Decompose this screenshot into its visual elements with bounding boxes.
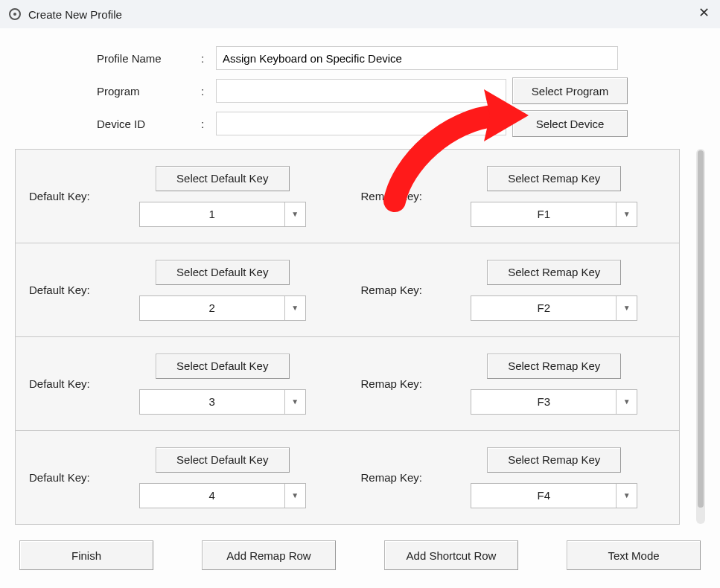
titlebar: Create New Profile ✕: [0, 0, 720, 28]
chevron-down-icon: ▼: [616, 202, 637, 226]
add-remap-row-button[interactable]: Add Remap Row: [202, 540, 336, 570]
remap-key-select[interactable]: F4 ▼: [471, 483, 637, 508]
chevron-down-icon: ▼: [284, 296, 305, 320]
default-key-value: 4: [140, 489, 284, 502]
scrollbar-thumb[interactable]: [698, 150, 704, 508]
profile-name-row: Profile Name :: [97, 42, 638, 74]
program-row: Program : Select Program: [97, 74, 638, 107]
default-key-half: Default Key: Select Default Key 1 ▼: [16, 150, 348, 243]
default-key-select[interactable]: 1 ▼: [139, 202, 306, 227]
remap-row: Default Key: Select Default Key 4 ▼ Rema…: [15, 430, 680, 525]
remap-key-half: Remap Key: Select Remap Key F3 ▼: [348, 337, 680, 430]
default-key-select[interactable]: 4 ▼: [139, 483, 306, 508]
remap-key-label: Remap Key:: [361, 284, 443, 296]
remap-key-value: F3: [471, 395, 616, 408]
default-key-value: 1: [140, 208, 284, 220]
select-default-key-button[interactable]: Select Default Key: [156, 447, 290, 473]
default-key-select[interactable]: 2 ▼: [139, 295, 306, 321]
select-default-key-button[interactable]: Select Default Key: [156, 260, 290, 285]
default-key-half: Default Key: Select Default Key 3 ▼: [16, 337, 348, 430]
default-key-controls: Select Default Key 4 ▼: [111, 447, 334, 508]
default-key-half: Default Key: Select Default Key 4 ▼: [16, 431, 348, 524]
device-id-input[interactable]: [216, 112, 506, 135]
text-mode-button[interactable]: Text Mode: [567, 540, 701, 570]
device-id-row: Device ID : Select Device: [97, 107, 638, 140]
select-remap-key-button[interactable]: Select Remap Key: [487, 260, 621, 285]
select-program-button[interactable]: Select Program: [512, 77, 628, 104]
profile-name-input[interactable]: [216, 46, 618, 70]
colon: :: [201, 118, 216, 130]
add-shortcut-row-button[interactable]: Add Shortcut Row: [384, 540, 518, 570]
select-remap-key-button[interactable]: Select Remap Key: [487, 166, 621, 191]
remap-rows-container: Default Key: Select Default Key 1 ▼ Rema…: [15, 149, 705, 524]
colon: :: [201, 52, 216, 65]
footer-buttons: Finish Add Remap Row Add Shortcut Row Te…: [15, 540, 705, 570]
remap-rows-list: Default Key: Select Default Key 1 ▼ Rema…: [15, 149, 680, 524]
default-key-value: 3: [140, 395, 284, 408]
default-key-select[interactable]: 3 ▼: [139, 389, 306, 415]
select-default-key-button[interactable]: Select Default Key: [156, 354, 290, 379]
device-id-label: Device ID: [97, 118, 201, 130]
remap-key-controls: Select Remap Key F1 ▼: [443, 166, 666, 227]
default-key-value: 2: [140, 301, 284, 314]
finish-button[interactable]: Finish: [19, 540, 153, 570]
window-title: Create New Profile: [28, 8, 122, 21]
remap-row: Default Key: Select Default Key 2 ▼ Rema…: [15, 243, 680, 337]
select-remap-key-button[interactable]: Select Remap Key: [487, 354, 621, 379]
program-label: Program: [97, 85, 201, 98]
content-area: Profile Name : Program : Select Program …: [0, 28, 720, 584]
chevron-down-icon: ▼: [284, 390, 305, 414]
default-key-label: Default Key:: [29, 377, 111, 390]
default-key-controls: Select Default Key 3 ▼: [111, 354, 334, 415]
app-icon: [9, 8, 21, 20]
remap-key-label: Remap Key:: [361, 471, 443, 484]
remap-key-controls: Select Remap Key F4 ▼: [443, 447, 666, 508]
select-remap-key-button[interactable]: Select Remap Key: [487, 447, 621, 473]
remap-row: Default Key: Select Default Key 1 ▼ Rema…: [15, 149, 680, 243]
default-key-controls: Select Default Key 1 ▼: [111, 166, 334, 227]
default-key-controls: Select Default Key 2 ▼: [111, 260, 334, 321]
remap-key-value: F2: [471, 301, 616, 314]
chevron-down-icon: ▼: [616, 484, 637, 508]
remap-key-controls: Select Remap Key F2 ▼: [443, 260, 666, 321]
default-key-label: Default Key:: [29, 471, 111, 484]
colon: :: [201, 85, 216, 98]
remap-row: Default Key: Select Default Key 3 ▼ Rema…: [15, 336, 680, 431]
profile-name-label: Profile Name: [97, 52, 201, 65]
remap-key-select[interactable]: F3 ▼: [471, 389, 637, 415]
chevron-down-icon: ▼: [616, 296, 637, 320]
remap-key-label: Remap Key:: [361, 377, 443, 390]
remap-key-controls: Select Remap Key F3 ▼: [443, 354, 666, 415]
remap-key-value: F1: [471, 208, 616, 220]
remap-key-select[interactable]: F1 ▼: [471, 202, 637, 227]
select-default-key-button[interactable]: Select Default Key: [156, 166, 290, 191]
remap-key-label: Remap Key:: [361, 190, 443, 202]
chevron-down-icon: ▼: [284, 484, 305, 508]
close-icon[interactable]: ✕: [698, 6, 710, 19]
chevron-down-icon: ▼: [284, 202, 305, 226]
remap-key-half: Remap Key: Select Remap Key F4 ▼: [348, 431, 680, 524]
profile-form: Profile Name : Program : Select Program …: [15, 42, 705, 140]
remap-key-select[interactable]: F2 ▼: [471, 295, 637, 321]
default-key-half: Default Key: Select Default Key 2 ▼: [16, 243, 348, 336]
program-input[interactable]: [216, 79, 506, 103]
vertical-scrollbar[interactable]: [696, 149, 705, 524]
remap-key-half: Remap Key: Select Remap Key F1 ▼: [348, 150, 680, 243]
select-device-button[interactable]: Select Device: [512, 110, 628, 137]
remap-key-half: Remap Key: Select Remap Key F2 ▼: [348, 243, 680, 336]
remap-key-value: F4: [471, 489, 616, 502]
default-key-label: Default Key:: [29, 190, 111, 202]
chevron-down-icon: ▼: [616, 390, 637, 414]
default-key-label: Default Key:: [29, 284, 111, 296]
